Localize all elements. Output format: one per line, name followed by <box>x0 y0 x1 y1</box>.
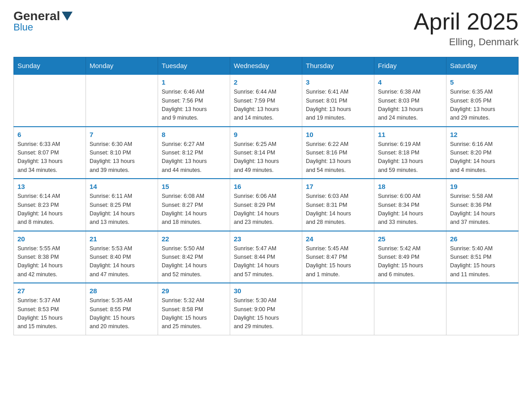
day-info: Sunrise: 6:19 AMSunset: 8:18 PMDaylight:… <box>378 140 442 175</box>
day-number: 27 <box>17 287 82 295</box>
weekday-header-wednesday: Wednesday <box>230 57 302 75</box>
calendar-cell: 3Sunrise: 6:41 AMSunset: 8:01 PMDaylight… <box>302 74 374 127</box>
day-info: Sunrise: 5:40 AMSunset: 8:51 PMDaylight:… <box>450 244 515 279</box>
day-info: Sunrise: 5:47 AMSunset: 8:44 PMDaylight:… <box>234 244 298 279</box>
day-info: Sunrise: 5:32 AMSunset: 8:58 PMDaylight:… <box>162 296 226 331</box>
day-info: Sunrise: 6:11 AMSunset: 8:25 PMDaylight:… <box>90 192 154 227</box>
calendar-cell: 29Sunrise: 5:32 AMSunset: 8:58 PMDayligh… <box>158 283 230 335</box>
calendar-cell <box>14 74 86 127</box>
logo-blue-text: Blue <box>13 21 33 33</box>
day-number: 3 <box>306 78 370 86</box>
calendar-cell: 13Sunrise: 6:14 AMSunset: 8:23 PMDayligh… <box>14 179 86 231</box>
day-number: 5 <box>450 78 515 86</box>
day-number: 1 <box>162 78 226 86</box>
calendar-cell: 4Sunrise: 6:38 AMSunset: 8:03 PMDaylight… <box>374 74 446 127</box>
calendar-cell: 26Sunrise: 5:40 AMSunset: 8:51 PMDayligh… <box>446 231 519 283</box>
day-info: Sunrise: 6:08 AMSunset: 8:27 PMDaylight:… <box>162 192 226 227</box>
week-row-5: 27Sunrise: 5:37 AMSunset: 8:53 PMDayligh… <box>14 283 519 335</box>
calendar-cell: 16Sunrise: 6:06 AMSunset: 8:29 PMDayligh… <box>230 179 302 231</box>
calendar-cell: 21Sunrise: 5:53 AMSunset: 8:40 PMDayligh… <box>86 231 158 283</box>
day-number: 4 <box>378 78 442 86</box>
calendar-cell: 17Sunrise: 6:03 AMSunset: 8:31 PMDayligh… <box>302 179 374 231</box>
day-number: 6 <box>17 131 82 138</box>
day-number: 23 <box>234 235 298 243</box>
day-info: Sunrise: 6:03 AMSunset: 8:31 PMDaylight:… <box>306 192 370 227</box>
day-number: 21 <box>90 235 154 243</box>
calendar-cell: 1Sunrise: 6:46 AMSunset: 7:56 PMDaylight… <box>158 74 230 127</box>
calendar-cell <box>86 74 158 127</box>
day-info: Sunrise: 6:14 AMSunset: 8:23 PMDaylight:… <box>17 192 82 227</box>
day-number: 17 <box>306 183 370 190</box>
calendar-cell <box>446 283 519 335</box>
day-info: Sunrise: 6:41 AMSunset: 8:01 PMDaylight:… <box>306 88 370 123</box>
day-info: Sunrise: 6:38 AMSunset: 8:03 PMDaylight:… <box>378 88 442 123</box>
day-number: 12 <box>450 131 515 138</box>
day-number: 16 <box>234 183 298 190</box>
calendar-cell: 14Sunrise: 6:11 AMSunset: 8:25 PMDayligh… <box>86 179 158 231</box>
calendar-table: SundayMondayTuesdayWednesdayThursdayFrid… <box>13 57 519 335</box>
calendar-cell: 24Sunrise: 5:45 AMSunset: 8:47 PMDayligh… <box>302 231 374 283</box>
calendar-cell: 11Sunrise: 6:19 AMSunset: 8:18 PMDayligh… <box>374 127 446 179</box>
logo: General Blue <box>13 9 74 33</box>
day-number: 13 <box>17 183 82 190</box>
week-row-1: 1Sunrise: 6:46 AMSunset: 7:56 PMDaylight… <box>14 74 519 127</box>
calendar-cell: 25Sunrise: 5:42 AMSunset: 8:49 PMDayligh… <box>374 231 446 283</box>
day-info: Sunrise: 5:37 AMSunset: 8:53 PMDaylight:… <box>17 296 82 331</box>
calendar-cell: 18Sunrise: 6:00 AMSunset: 8:34 PMDayligh… <box>374 179 446 231</box>
day-number: 24 <box>306 235 370 243</box>
day-number: 14 <box>90 183 154 190</box>
day-info: Sunrise: 6:22 AMSunset: 8:16 PMDaylight:… <box>306 140 370 175</box>
day-info: Sunrise: 6:46 AMSunset: 7:56 PMDaylight:… <box>162 88 226 123</box>
calendar-cell: 8Sunrise: 6:27 AMSunset: 8:12 PMDaylight… <box>158 127 230 179</box>
weekday-header-thursday: Thursday <box>302 57 374 75</box>
calendar-cell: 12Sunrise: 6:16 AMSunset: 8:20 PMDayligh… <box>446 127 519 179</box>
day-info: Sunrise: 6:33 AMSunset: 8:07 PMDaylight:… <box>17 140 82 175</box>
day-info: Sunrise: 6:30 AMSunset: 8:10 PMDaylight:… <box>90 140 154 175</box>
day-number: 7 <box>90 131 154 138</box>
day-number: 9 <box>234 131 298 138</box>
calendar-cell: 23Sunrise: 5:47 AMSunset: 8:44 PMDayligh… <box>230 231 302 283</box>
calendar-cell: 27Sunrise: 5:37 AMSunset: 8:53 PMDayligh… <box>14 283 86 335</box>
calendar-cell: 30Sunrise: 5:30 AMSunset: 9:00 PMDayligh… <box>230 283 302 335</box>
day-info: Sunrise: 6:06 AMSunset: 8:29 PMDaylight:… <box>234 192 298 227</box>
title-block: April 2025 Elling, Denmark <box>414 9 519 48</box>
weekday-header-friday: Friday <box>374 57 446 75</box>
day-number: 18 <box>378 183 442 190</box>
day-number: 30 <box>234 287 298 295</box>
day-number: 22 <box>162 235 226 243</box>
weekday-header-monday: Monday <box>86 57 158 75</box>
week-row-2: 6Sunrise: 6:33 AMSunset: 8:07 PMDaylight… <box>14 127 519 179</box>
day-info: Sunrise: 6:44 AMSunset: 7:59 PMDaylight:… <box>234 88 298 123</box>
day-number: 8 <box>162 131 226 138</box>
weekday-header-row: SundayMondayTuesdayWednesdayThursdayFrid… <box>14 57 519 75</box>
day-info: Sunrise: 5:35 AMSunset: 8:55 PMDaylight:… <box>90 296 154 331</box>
day-info: Sunrise: 6:00 AMSunset: 8:34 PMDaylight:… <box>378 192 442 227</box>
day-number: 15 <box>162 183 226 190</box>
day-number: 28 <box>90 287 154 295</box>
calendar-cell: 2Sunrise: 6:44 AMSunset: 7:59 PMDaylight… <box>230 74 302 127</box>
day-info: Sunrise: 6:16 AMSunset: 8:20 PMDaylight:… <box>450 140 515 175</box>
calendar-cell: 20Sunrise: 5:55 AMSunset: 8:38 PMDayligh… <box>14 231 86 283</box>
day-number: 20 <box>17 235 82 243</box>
day-number: 29 <box>162 287 226 295</box>
calendar-cell: 7Sunrise: 6:30 AMSunset: 8:10 PMDaylight… <box>86 127 158 179</box>
calendar-cell: 6Sunrise: 6:33 AMSunset: 8:07 PMDaylight… <box>14 127 86 179</box>
page-header: General Blue April 2025 Elling, Denmark <box>13 9 519 48</box>
calendar-cell: 19Sunrise: 5:58 AMSunset: 8:36 PMDayligh… <box>446 179 519 231</box>
calendar-cell: 28Sunrise: 5:35 AMSunset: 8:55 PMDayligh… <box>86 283 158 335</box>
calendar-title: April 2025 <box>414 9 519 34</box>
calendar-subtitle: Elling, Denmark <box>414 36 519 48</box>
week-row-4: 20Sunrise: 5:55 AMSunset: 8:38 PMDayligh… <box>14 231 519 283</box>
day-info: Sunrise: 5:58 AMSunset: 8:36 PMDaylight:… <box>450 192 515 227</box>
day-number: 2 <box>234 78 298 86</box>
day-info: Sunrise: 5:45 AMSunset: 8:47 PMDaylight:… <box>306 244 370 279</box>
day-number: 26 <box>450 235 515 243</box>
weekday-header-sunday: Sunday <box>14 57 86 75</box>
weekday-header-saturday: Saturday <box>446 57 519 75</box>
calendar-cell <box>374 283 446 335</box>
calendar-cell: 22Sunrise: 5:50 AMSunset: 8:42 PMDayligh… <box>158 231 230 283</box>
day-number: 19 <box>450 183 515 190</box>
calendar-cell: 15Sunrise: 6:08 AMSunset: 8:27 PMDayligh… <box>158 179 230 231</box>
day-number: 11 <box>378 131 442 138</box>
calendar-cell <box>302 283 374 335</box>
